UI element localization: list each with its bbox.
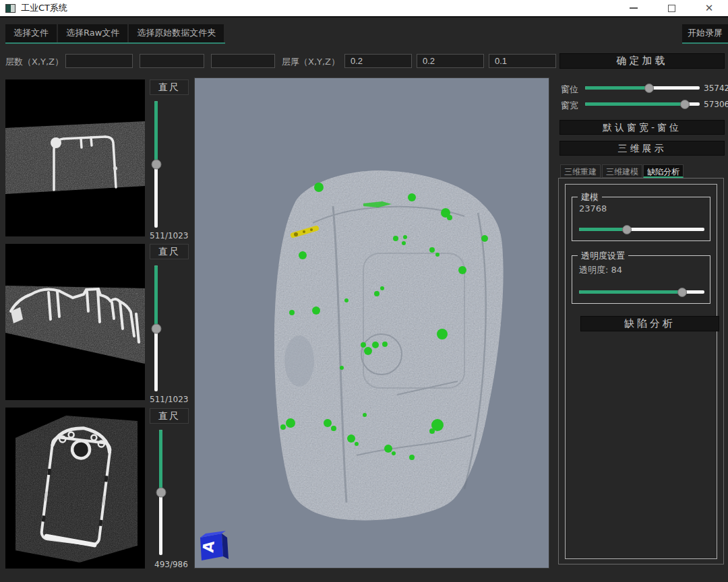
tab-3d-reconstruction[interactable]: 三维重建	[560, 164, 601, 178]
layers-label: 层数（X,Y,Z）	[5, 56, 63, 68]
transparency-slider-thumb[interactable]	[677, 288, 687, 297]
window-level-label: 窗位	[561, 84, 578, 96]
transparency-slider[interactable]	[579, 290, 704, 294]
window-width-slider-thumb[interactable]	[680, 100, 690, 109]
minimize-icon	[630, 7, 638, 9]
window-width-label: 窗宽	[561, 100, 578, 112]
slice-position-middle: 511/1023	[150, 395, 189, 404]
slice-slider-top[interactable]	[154, 101, 158, 228]
file-menubar: 选择文件 选择Raw文件 选择原始数据文件夹	[5, 24, 225, 44]
thickness-label: 层厚（X,Y,Z）	[282, 56, 340, 68]
minimize-button[interactable]	[615, 0, 653, 16]
slice-position-top: 511/1023	[150, 231, 189, 240]
titlebar: 工业CT系统 ✕	[0, 0, 728, 18]
open-folder-button[interactable]: 选择原始数据文件夹	[129, 24, 224, 42]
window-level-slider[interactable]	[585, 86, 700, 90]
slice-slider-bottom[interactable]	[159, 430, 162, 555]
app-icon	[5, 4, 16, 13]
show-3d-button[interactable]: 三维展示	[559, 141, 725, 156]
maximize-icon	[668, 5, 675, 12]
slice-view-middle[interactable]	[5, 244, 145, 400]
layers-y-input[interactable]	[140, 54, 204, 68]
viewport-3d[interactable]: A	[194, 77, 549, 569]
ruler-button-bottom[interactable]: 直尺	[150, 408, 189, 424]
modeling-group-title: 建模	[578, 191, 602, 203]
slice-position-bottom: 493/986	[154, 560, 188, 569]
window-title: 工业CT系统	[21, 2, 67, 14]
modeling-slider-thumb[interactable]	[622, 225, 632, 234]
window-level-value: 35742	[704, 84, 728, 93]
window-width-slider[interactable]	[585, 102, 700, 106]
slice-slider-top-thumb[interactable]	[151, 160, 161, 170]
window-level-slider-thumb[interactable]	[644, 84, 654, 93]
slice-view-top[interactable]	[5, 79, 145, 236]
close-icon: ✕	[705, 3, 714, 13]
panel-inner-frame: 建模 23768 透明度设置 透明度: 84 缺陷分析	[565, 184, 717, 559]
thickness-x-input[interactable]	[344, 54, 412, 68]
maximize-button[interactable]	[653, 0, 690, 16]
window-width-value: 57306	[704, 100, 728, 109]
slice-slider-bottom-thumb[interactable]	[156, 488, 166, 498]
start-record-button[interactable]: 开始录屏	[682, 24, 728, 44]
layers-x-input[interactable]	[65, 54, 133, 68]
open-file-button[interactable]: 选择文件	[5, 24, 57, 42]
viewer-logo: A	[200, 531, 229, 560]
transparency-group-title: 透明度设置	[578, 250, 628, 262]
thickness-y-input[interactable]	[417, 54, 484, 68]
tab-defect-analysis[interactable]: 缺陷分析	[643, 164, 684, 178]
tab-3d-modeling[interactable]: 三维建模	[602, 164, 642, 178]
defect-analysis-panel: 建模 23768 透明度设置 透明度: 84 缺陷分析	[558, 178, 724, 564]
modeling-groupbox: 建模 23768	[572, 197, 710, 241]
window-controls: ✕	[615, 0, 728, 16]
modeling-slider[interactable]	[579, 228, 704, 231]
modeling-value: 23768	[579, 203, 607, 214]
defect-analyze-button[interactable]: 缺陷分析	[580, 316, 719, 331]
ruler-button-middle[interactable]: 直尺	[150, 244, 189, 259]
ruler-button-top[interactable]: 直尺	[150, 79, 189, 95]
transparency-value-label: 透明度: 84	[579, 264, 622, 276]
transparency-groupbox: 透明度设置 透明度: 84	[572, 255, 710, 304]
svg-text:A: A	[200, 540, 217, 553]
slice-slider-middle[interactable]	[154, 265, 158, 391]
close-button[interactable]: ✕	[690, 0, 728, 16]
layers-z-input[interactable]	[211, 54, 275, 68]
thickness-z-input[interactable]	[489, 54, 556, 68]
confirm-load-button[interactable]: 确定加载	[559, 53, 725, 69]
open-raw-button[interactable]: 选择Raw文件	[58, 24, 127, 42]
slice-slider-middle-thumb[interactable]	[151, 323, 161, 333]
slice-view-bottom[interactable]	[5, 408, 145, 569]
default-window-button[interactable]: 默认窗宽-窗位	[559, 120, 725, 135]
